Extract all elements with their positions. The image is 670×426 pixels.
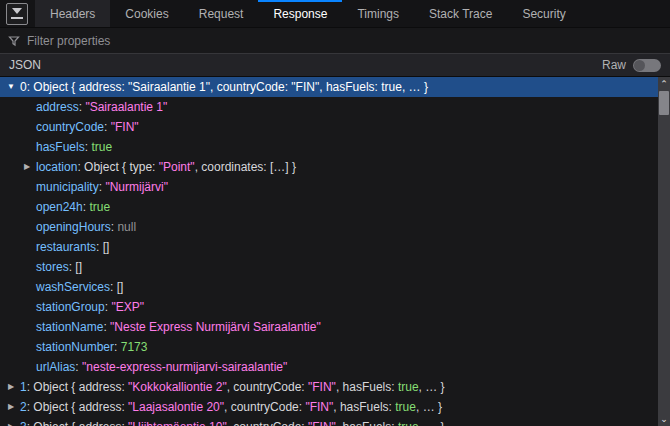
json-segment-key: openingHours <box>36 220 111 234</box>
json-segment-key: 0 <box>20 80 27 94</box>
json-segment-key: location <box>36 160 77 174</box>
json-segment-txt: : <box>79 100 86 114</box>
scrollbar-thumb[interactable] <box>659 91 669 115</box>
json-segment-bool: true <box>398 380 419 394</box>
json-segment-key: stationNumber <box>36 340 114 354</box>
expand-right-icon[interactable]: ▶ <box>6 397 16 417</box>
json-segment-txt: , … } <box>419 420 445 426</box>
tab-cookies[interactable]: Cookies <box>110 0 183 27</box>
json-row[interactable]: restaurants: [] <box>0 237 658 257</box>
json-row[interactable]: stores: [] <box>0 257 658 277</box>
json-row[interactable]: washServices: [] <box>0 277 658 297</box>
json-segment-str: "FIN" <box>111 120 139 134</box>
json-segment-txt: : <box>96 240 103 254</box>
json-segment-txt: : <box>83 200 90 214</box>
json-row[interactable]: address: "Sairaalantie 1" <box>0 97 658 117</box>
json-segment-txt: : <box>69 260 76 274</box>
json-segment-txt: : <box>99 180 106 194</box>
json-segment-str: "Laajasalontie 20" <box>128 400 224 414</box>
json-segment-txt: : <box>114 340 121 354</box>
raw-toggle-label: Raw <box>602 58 626 72</box>
json-segment-str: "Sairaalantie 1" <box>85 100 167 114</box>
scroll-up-icon[interactable]: ⌃ <box>660 77 668 91</box>
json-segment-key: 1 <box>20 380 27 394</box>
raw-toggle-switch[interactable] <box>633 59 661 72</box>
json-segment-txt: , countryCode: <box>210 80 291 94</box>
json-segment-txt: , … } <box>402 80 428 94</box>
json-segment-key: address <box>36 100 79 114</box>
json-segment-txt: : Object { address: <box>27 80 128 94</box>
json-tree: ▼0: Object { address: "Sairaalantie 1", … <box>0 77 658 426</box>
json-segment-txt: , countryCode: <box>227 420 308 426</box>
json-row[interactable]: open24h: true <box>0 197 658 217</box>
json-segment-txt: [] <box>75 260 82 274</box>
json-segment-txt: , hasFuels: <box>336 380 398 394</box>
json-row[interactable]: ▶1: Object { address: "Kokkokalliontie 2… <box>0 377 658 397</box>
json-row[interactable]: ▶3: Object { address: "Hiihtomäentie 10"… <box>0 417 658 426</box>
boxed-funnel-icon[interactable] <box>6 3 28 25</box>
json-segment-key: stationName <box>36 320 103 334</box>
json-segment-txt: : <box>85 140 92 154</box>
filter-funnel-icon <box>8 35 20 47</box>
expand-right-icon[interactable]: ▶ <box>6 377 16 397</box>
json-segment-txt: , countryCode: <box>224 400 305 414</box>
json-segment-key: 3 <box>20 420 27 426</box>
json-row[interactable]: stationNumber: 7173 <box>0 337 658 357</box>
json-row[interactable]: ▶location: Object { type: "Point", coord… <box>0 157 658 177</box>
json-section-header[interactable]: JSON Raw <box>0 54 670 77</box>
json-segment-key: restaurants <box>36 240 96 254</box>
expand-down-icon[interactable]: ▼ <box>6 77 16 97</box>
json-row[interactable]: stationGroup: "EXP" <box>0 297 658 317</box>
json-segment-bool: true <box>395 400 416 414</box>
json-segment-str: "Nurmijärvi" <box>105 180 168 194</box>
scroll-down-icon[interactable]: ⌄ <box>660 412 668 426</box>
tab-response[interactable]: Response <box>258 0 342 27</box>
json-row[interactable]: stationName: "Neste Express Nurmijärvi S… <box>0 317 658 337</box>
json-segment-key: urlAlias <box>36 360 75 374</box>
json-segment-key: stationGroup <box>36 300 105 314</box>
json-segment-str: "Sairaalantie 1" <box>128 80 210 94</box>
json-segment-txt: : <box>75 360 82 374</box>
json-segment-txt: , … } <box>416 400 442 414</box>
json-row[interactable]: hasFuels: true <box>0 137 658 157</box>
json-segment-txt: , hasFuels: <box>336 420 398 426</box>
tab-request[interactable]: Request <box>184 0 259 27</box>
json-segment-txt: : <box>105 300 112 314</box>
json-row[interactable]: urlAlias: "neste-express-nurmijarvi-sair… <box>0 357 658 377</box>
json-segment-key: countryCode <box>36 120 104 134</box>
json-segment-null: null <box>117 220 136 234</box>
response-json-panel: ▼0: Object { address: "Sairaalantie 1", … <box>0 77 670 426</box>
json-segment-num: 7173 <box>121 340 148 354</box>
json-segment-str: "neste-express-nurmijarvi-sairaalantie" <box>82 360 287 374</box>
json-row[interactable]: openingHours: null <box>0 217 658 237</box>
json-segment-str: "Hiihtomäentie 10" <box>128 420 227 426</box>
tab-timings[interactable]: Timings <box>342 0 414 27</box>
json-segment-str: "Kokkokalliontie 2" <box>128 380 227 394</box>
funnel-triangle <box>12 8 22 14</box>
tab-headers[interactable]: Headers <box>35 0 110 27</box>
tab-stack-trace[interactable]: Stack Trace <box>414 0 507 27</box>
json-row[interactable]: ▶2: Object { address: "Laajasalontie 20"… <box>0 397 658 417</box>
json-row[interactable]: ▼0: Object { address: "Sairaalantie 1", … <box>0 77 658 97</box>
json-segment-txt: [] <box>117 280 124 294</box>
json-segment-str: "FIN" <box>308 420 336 426</box>
json-segment-bool: true <box>381 80 402 94</box>
json-segment-txt: , coordinates: […] } <box>195 160 296 174</box>
vertical-scrollbar[interactable]: ⌃ ⌄ <box>658 77 670 426</box>
expand-right-icon[interactable]: ▶ <box>6 417 16 426</box>
json-segment-txt: , hasFuels: <box>319 80 381 94</box>
json-segment-key: hasFuels <box>36 140 85 154</box>
json-segment-key: 2 <box>20 400 27 414</box>
json-row[interactable]: countryCode: "FIN" <box>0 117 658 137</box>
json-segment-txt: : Object { type: <box>77 160 158 174</box>
json-segment-txt: : Object { address: <box>27 420 128 426</box>
json-segment-txt: : <box>111 220 118 234</box>
expand-right-icon[interactable]: ▶ <box>22 157 32 177</box>
json-segment-str: "Point" <box>159 160 195 174</box>
json-segment-txt: , … } <box>419 380 445 394</box>
tab-security[interactable]: Security <box>507 0 580 27</box>
json-segment-key: washServices <box>36 280 110 294</box>
json-segment-bool: true <box>398 420 419 426</box>
json-row[interactable]: municipality: "Nurmijärvi" <box>0 177 658 197</box>
filter-properties-input[interactable] <box>27 34 662 48</box>
